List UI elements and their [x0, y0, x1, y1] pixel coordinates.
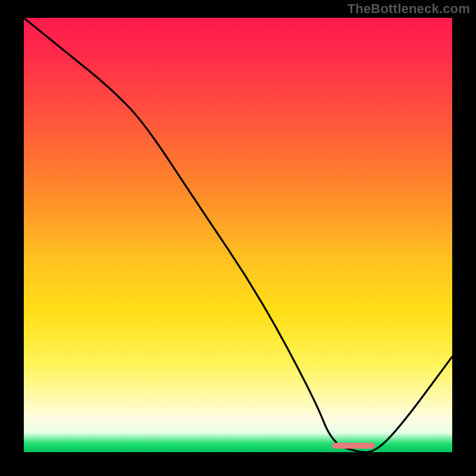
watermark-text: TheBottleneck.com: [347, 1, 470, 17]
plot-area: [24, 18, 452, 452]
optimal-range-marker: [332, 443, 375, 449]
curve-path: [24, 18, 452, 452]
chart-stage: TheBottleneck.com: [0, 0, 476, 476]
bottleneck-curve: [24, 18, 452, 452]
